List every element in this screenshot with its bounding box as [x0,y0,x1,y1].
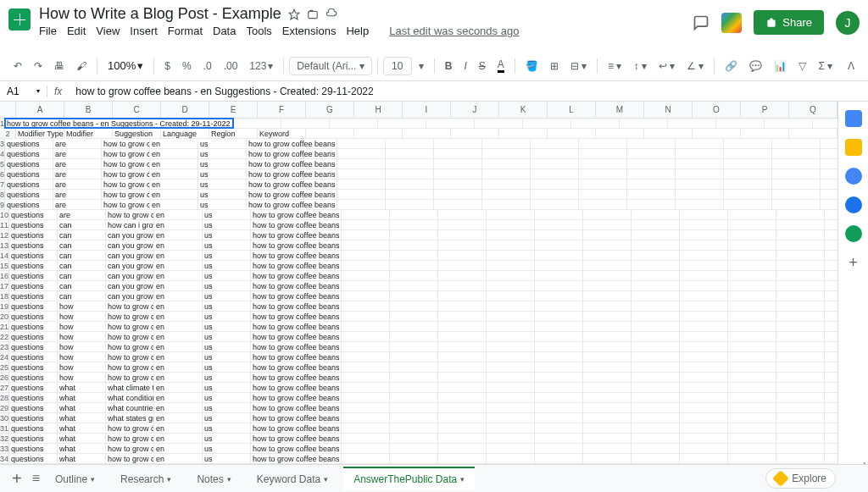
row-header[interactable]: 33 [0,444,9,453]
cell[interactable] [680,454,728,463]
cell[interactable] [728,383,776,392]
sheet-tab-keyword-data[interactable]: Keyword Data▾ [247,467,338,490]
select-all-corner[interactable] [0,102,16,118]
cell[interactable] [390,342,438,351]
cell[interactable] [438,281,487,290]
cell[interactable]: us [203,322,251,331]
cell[interactable] [583,251,632,260]
cell[interactable] [535,383,583,392]
cell[interactable]: en [154,373,203,382]
cell[interactable]: how to grow coffee beans [251,362,342,372]
cell[interactable]: questions [5,180,53,189]
cell[interactable] [728,291,776,301]
cell[interactable]: how to grow coff [106,301,154,311]
cell[interactable] [776,261,825,270]
keep-icon[interactable] [845,139,862,156]
col-header-C[interactable]: C [113,102,161,118]
cell[interactable]: how [58,373,106,382]
cell[interactable]: en [154,352,203,362]
cell[interactable] [342,362,390,372]
cell[interactable] [451,129,499,138]
cell[interactable] [716,119,765,128]
menu-data[interactable]: Data [213,25,236,37]
cell[interactable] [632,434,680,443]
add-sheet-button[interactable]: + [7,469,27,489]
cell[interactable] [535,454,583,463]
cell[interactable] [583,322,632,331]
cell[interactable] [632,393,680,402]
cell[interactable] [776,332,825,341]
cell[interactable] [342,403,390,412]
cell[interactable] [487,332,535,341]
cell[interactable]: how to grow coffee beans [251,413,342,423]
cell[interactable] [627,180,676,189]
cell[interactable]: how [58,342,106,351]
cell[interactable] [728,261,776,270]
cell[interactable]: Modifier [64,129,113,138]
cell[interactable]: us [198,169,247,179]
cell[interactable] [632,403,680,412]
cell[interactable] [535,230,583,240]
cell[interactable] [337,190,386,199]
cell[interactable] [583,261,632,270]
cell[interactable] [434,149,482,158]
cell[interactable]: us [198,180,247,189]
cell[interactable]: can you grow co [106,230,154,240]
cell[interactable] [724,149,772,158]
cell[interactable] [825,210,837,219]
cell[interactable] [632,362,680,372]
cell[interactable] [531,169,579,179]
cell[interactable] [535,403,583,412]
cell[interactable] [487,423,535,433]
cell[interactable]: questions [9,383,58,392]
cell[interactable]: us [203,413,251,423]
cell[interactable] [632,261,680,270]
cell[interactable] [583,291,632,301]
chart-button[interactable]: 📊 [769,57,792,75]
cell[interactable] [627,169,676,179]
cell[interactable]: en [150,200,198,209]
cell[interactable] [632,383,680,392]
cell[interactable] [632,230,680,240]
cell[interactable] [487,393,535,402]
cell[interactable] [330,119,378,128]
cell[interactable]: questions [5,139,53,148]
cell[interactable] [487,454,535,463]
cell[interactable] [676,180,724,189]
cell[interactable] [482,139,531,148]
cell[interactable] [438,322,487,331]
cell[interactable] [342,301,390,311]
cell[interactable] [438,312,487,321]
cell[interactable] [535,362,583,372]
cell[interactable]: Keyword [258,129,306,138]
cell[interactable]: us [203,332,251,341]
row-header[interactable]: 22 [0,332,9,341]
cell[interactable] [728,413,776,423]
cell[interactable] [776,230,825,240]
cell[interactable]: how to grow coff [102,159,150,169]
cell[interactable]: how to grow coff [106,312,154,321]
cell[interactable]: questions [9,342,58,351]
cell[interactable] [535,332,583,341]
cell[interactable] [438,261,487,270]
cell[interactable] [342,454,390,463]
cell[interactable] [741,129,789,138]
cell[interactable]: how to grow coff [102,180,150,189]
cell[interactable]: questions [9,291,58,301]
cell[interactable] [632,413,680,423]
cell[interactable]: en [154,454,203,463]
cell[interactable] [728,342,776,351]
share-button[interactable]: Share [754,10,824,35]
cell[interactable] [728,271,776,280]
cell[interactable] [825,393,837,402]
cell[interactable] [583,393,632,402]
cell[interactable]: en [154,444,203,453]
cell[interactable]: questions [9,281,58,290]
menu-help[interactable]: Help [346,25,369,37]
cell[interactable] [342,352,390,362]
cell[interactable] [390,301,438,311]
cell[interactable] [821,169,837,179]
cell[interactable]: en [154,251,203,260]
last-edit-link[interactable]: Last edit was seconds ago [389,25,519,37]
cell[interactable] [632,322,680,331]
